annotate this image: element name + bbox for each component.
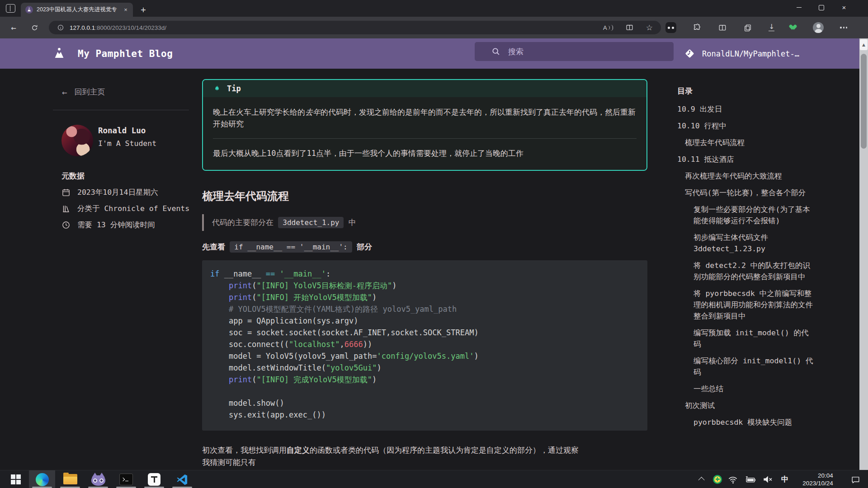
toc-item[interactable]: 初步编写主体代码文件 3ddetect_1.23.py	[677, 232, 815, 254]
lead-text-post: 部分	[357, 242, 372, 251]
ime-indicator[interactable]: 中	[777, 470, 793, 488]
inline-code: if __name__ == '__main__':	[230, 241, 352, 253]
code-line: soc = socket.socket(socket.AF_INET,socke…	[210, 327, 639, 338]
taskbar-vscode[interactable]	[169, 470, 195, 488]
tray-green-app-icon[interactable]	[710, 470, 725, 488]
code-token: soc = socket.socket(socket.AF_INET,socke…	[210, 328, 479, 337]
toc-item[interactable]: 10.11 抵达酒店	[677, 154, 815, 165]
repo-name: RonaldLN/MyPamphlet-…	[702, 49, 799, 58]
scrollbar-thumb[interactable]	[861, 54, 867, 149]
start-button[interactable]	[3, 470, 29, 488]
page-content: ← 回到主页 Ronald Luo I'm A Student 元数据 2023…	[0, 69, 868, 470]
maximize-button[interactable]	[810, 0, 833, 15]
clock-date: 2023/10/24	[802, 479, 833, 487]
code-line: print("[INFO] 完成YoloV5模型加载")	[210, 374, 639, 385]
clock-time: 20:04	[802, 472, 833, 479]
wifi-icon[interactable]	[725, 470, 741, 488]
metadata-list: 2023年10月14日星期六 分类于 Chronicle of Events 需…	[61, 187, 197, 230]
toc-item[interactable]: 初次测试	[677, 400, 815, 411]
code-token: 'config/yolov5s.yaml'	[377, 352, 474, 361]
toc-item[interactable]: 10.9 出发日	[677, 103, 815, 115]
site-info-icon[interactable]	[57, 24, 64, 31]
code-line	[210, 385, 639, 397]
read-aloud-icon[interactable]: A	[603, 24, 613, 31]
repo-link[interactable]: RonaldLN/MyPamphlet-…	[684, 38, 799, 69]
toc-item[interactable]: 梳理去年代码流程	[677, 137, 815, 148]
tip-paragraph-2: 最后大概从晚上10点看到了11点半，由于一些我个人的事情需要处理，就停止了当晚的…	[213, 147, 637, 159]
taskbar-terminal[interactable]	[113, 470, 139, 488]
search-box[interactable]: 搜索	[475, 42, 674, 61]
refresh-icon[interactable]	[27, 17, 42, 38]
scrollbar-up-icon[interactable]: ▲	[860, 39, 868, 50]
taskbar-typora[interactable]	[141, 470, 167, 488]
address-bar-actions: A ☆	[603, 23, 653, 32]
new-tab-button[interactable]: +	[137, 4, 149, 15]
tab-actions-icon[interactable]	[6, 4, 15, 13]
code-line: print("[INFO] YoloV5目标检测-程序启动")	[210, 280, 639, 291]
extension-icon[interactable]	[665, 22, 676, 33]
notification-center-icon[interactable]	[843, 470, 868, 488]
taskbar-explorer[interactable]	[57, 470, 83, 488]
collections-icon[interactable]	[743, 23, 752, 32]
toolbar-actions: ↓	[665, 17, 847, 38]
url-text[interactable]: 127.0.0.1:8000/2023/10/14/20233d/	[70, 24, 166, 31]
page-scrollbar[interactable]: ▲	[859, 38, 868, 470]
code-token: )	[392, 281, 396, 290]
screen: 2023中国机器人大赛先进视觉专 × + × ← 127.0.0.1:8000/…	[0, 0, 868, 488]
tip-paragraph-1: 晚上在火车上研究学长给的去年的代码时，发现之前给的是前年的而不是去年的，所以重新…	[213, 106, 637, 130]
tray-chevron-icon[interactable]	[694, 470, 710, 488]
code-token: "localhost"	[289, 340, 340, 349]
toc-item[interactable]: 编写核心部分 init_model1() 代码	[677, 355, 815, 378]
minimize-button[interactable]	[788, 0, 810, 15]
toc-item[interactable]: 编写预加载 init_model() 的代码	[677, 327, 815, 350]
favorite-star-icon[interactable]: ☆	[646, 23, 653, 32]
downloads-icon[interactable]: ↓	[769, 24, 774, 31]
system-tray: 中 20:04 2023/10/24	[694, 470, 868, 488]
toc-item[interactable]: 复制一些必要部分的文件(为了基本能使得能够运行不会报错)	[677, 204, 815, 226]
split-screen-icon[interactable]	[718, 23, 727, 32]
code-block[interactable]: if __name__ == '__main__': print("[INFO]…	[202, 260, 647, 431]
toc-title: 目录	[677, 86, 815, 96]
code-line: if __name__ == '__main__':	[210, 268, 639, 280]
code-token	[210, 375, 229, 384]
site-logo-icon[interactable]	[52, 47, 66, 60]
code-token: "[INFO] 完成YoloV5模型加载"	[256, 375, 372, 384]
profile-avatar-icon[interactable]	[813, 22, 824, 33]
code-line: model = YoloV5(yolov5_yaml_path='config/…	[210, 350, 639, 362]
tab-title: 2023中国机器人大赛先进视觉专	[37, 6, 122, 14]
volume-muted-icon[interactable]	[760, 470, 777, 488]
code-token: "[INFO] YoloV5目标检测-程序启动"	[256, 281, 392, 290]
extensions-puzzle-icon[interactable]	[693, 23, 702, 32]
search-placeholder: 搜索	[508, 47, 524, 57]
toc-item[interactable]: 10.10 行程中	[677, 120, 815, 131]
taskbar-edge[interactable]	[29, 470, 55, 488]
site-favicon-icon	[25, 6, 33, 14]
text-segment: 去年	[305, 108, 321, 117]
close-button[interactable]: ×	[833, 0, 855, 15]
toc-item[interactable]: 将 detect2.2 中的队友打包的识别功能部分的代码整合到新项目中	[677, 260, 815, 282]
toc-item[interactable]: 再次梳理去年代码的大致流程	[677, 170, 815, 182]
text-segment: 初次查看，我想找到调用	[202, 446, 287, 455]
settings-more-icon[interactable]	[840, 27, 847, 28]
immersive-reader-icon[interactable]	[625, 23, 634, 32]
clock[interactable]: 20:04 2023/10/24	[793, 470, 843, 488]
category-icon	[61, 204, 71, 214]
back-icon[interactable]: ←	[6, 17, 21, 38]
back-home-link[interactable]: ← 回到主页	[62, 87, 105, 97]
battery-icon[interactable]	[741, 470, 760, 488]
toc-item[interactable]: 写代码(第一轮比赛)，整合各个部分	[677, 187, 815, 198]
browser-essentials-icon[interactable]	[791, 25, 797, 30]
toc-item[interactable]: pyorbbecsdk 模块缺失问题	[677, 417, 815, 428]
address-bar[interactable]: 127.0.0.1:8000/2023/10/14/20233d/ A ☆	[49, 21, 661, 34]
browser-tab[interactable]: 2023中国机器人大赛先进视觉专 ×	[21, 3, 133, 17]
tab-close-icon[interactable]: ×	[122, 6, 129, 14]
toc-item[interactable]: 一些总结	[677, 383, 815, 394]
quote-text-post: 中	[349, 218, 356, 227]
author-description: I'm A Student	[98, 139, 156, 148]
toc-item[interactable]: 将 pyorbbecsdk 中之前编写和整理的相机调用功能和分割算法的文件整合到…	[677, 288, 815, 322]
code-token: soc.connect((	[210, 340, 289, 349]
code-token: model = YoloV5(yolov5_yaml_path=	[210, 352, 377, 361]
taskbar-cat-app[interactable]	[85, 470, 111, 488]
tip-divider	[213, 138, 637, 139]
site-title[interactable]: My Pamphlet Blog	[78, 48, 173, 59]
